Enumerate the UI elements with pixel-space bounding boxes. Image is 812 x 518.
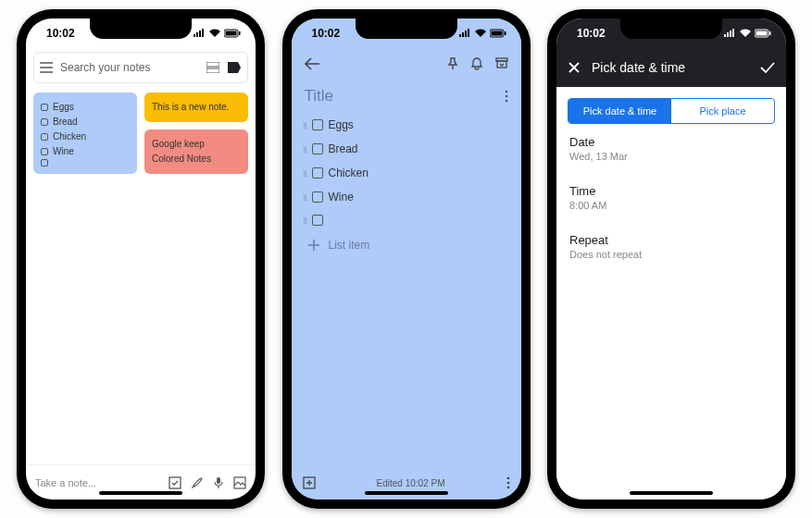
list-item[interactable]: ⁞⁞Bread (299, 137, 514, 161)
checklist: ⁞⁞Eggs ⁞⁞Bread ⁞⁞Chicken ⁞⁞Wine ⁞⁞ (292, 113, 521, 231)
date-row[interactable]: Date Wed, 13 Mar (568, 124, 775, 173)
dialog-title: Pick date & time (592, 60, 685, 75)
list-item[interactable]: ⁞⁞ (299, 209, 514, 231)
drag-handle-icon[interactable]: ⁞⁞ (303, 216, 306, 226)
close-icon[interactable] (568, 61, 581, 74)
svg-point-13 (505, 91, 507, 93)
item-text[interactable]: Eggs (329, 118, 354, 131)
menu-icon[interactable] (40, 62, 53, 73)
note-card-checklist[interactable]: Eggs Bread Chicken Wine (33, 92, 137, 174)
checkbox[interactable] (312, 119, 323, 130)
svg-point-18 (506, 482, 509, 485)
image-icon[interactable] (233, 476, 246, 489)
dialog-header: Pick date & time (556, 48, 786, 87)
svg-rect-10 (505, 31, 506, 35)
checkbox[interactable] (312, 215, 323, 226)
repeat-row[interactable]: Repeat Does not repeat (568, 222, 775, 271)
item-text[interactable]: Bread (329, 142, 358, 155)
time-row[interactable]: Time 8:00 AM (568, 173, 775, 222)
svg-rect-3 (206, 62, 219, 67)
reminder-icon[interactable] (471, 57, 482, 70)
drag-handle-icon[interactable]: ⁞⁞ (303, 120, 306, 130)
confirm-icon[interactable] (760, 62, 775, 73)
segmented-control: Pick date & time Pick place (568, 98, 775, 124)
row-value: Does not repeat (569, 249, 773, 260)
list-item[interactable]: ⁞⁞Chicken (299, 161, 514, 185)
status-time: 10:02 (577, 27, 606, 40)
note-text: This is a new note. (152, 102, 229, 112)
search-bar[interactable]: Search your notes (33, 52, 248, 83)
add-list-item[interactable]: List item (292, 231, 521, 259)
account-icon[interactable] (227, 61, 242, 74)
plus-icon (308, 240, 319, 251)
svg-rect-22 (769, 31, 771, 35)
svg-rect-21 (756, 31, 768, 36)
svg-rect-7 (234, 477, 245, 488)
edited-label: Edited 10:02 PM (377, 478, 445, 488)
check-item: Wine (53, 144, 74, 159)
take-note-input[interactable]: Take a note... (35, 477, 96, 488)
svg-rect-9 (491, 31, 502, 36)
drag-handle-icon[interactable]: ⁞⁞ (303, 144, 306, 154)
row-label: Time (569, 184, 773, 198)
checklist-icon[interactable] (169, 476, 181, 489)
add-item-label: List item (329, 239, 370, 252)
svg-rect-12 (497, 61, 506, 68)
checkbox[interactable] (312, 143, 323, 154)
check-item: Chicken (53, 130, 86, 144)
row-value: Wed, 13 Mar (569, 151, 773, 162)
svg-rect-5 (169, 477, 181, 488)
note-card-yellow[interactable]: This is a new note. (144, 92, 248, 122)
list-item[interactable]: ⁞⁞Wine (299, 185, 514, 209)
search-placeholder: Search your notes (60, 61, 150, 74)
svg-rect-2 (239, 31, 241, 35)
grid-view-icon[interactable] (206, 62, 219, 73)
draw-icon[interactable] (191, 476, 204, 489)
row-label: Date (569, 135, 773, 149)
phone-frame-2: 10:02 Title ⁞⁞Eggs ⁞⁞ (282, 9, 531, 509)
item-text[interactable]: Chicken (329, 166, 369, 179)
add-box-icon[interactable] (303, 476, 316, 489)
note-card-red[interactable]: Google keep Colored Notes (144, 130, 248, 174)
status-icons (723, 29, 771, 38)
note-text: Google keep (152, 137, 241, 152)
svg-point-14 (505, 95, 507, 98)
item-text[interactable]: Wine (329, 191, 354, 204)
check-item: Bread (53, 115, 78, 130)
status-time: 10:02 (46, 27, 75, 40)
pin-icon[interactable] (447, 57, 458, 70)
svg-point-19 (506, 487, 509, 489)
svg-point-17 (506, 477, 509, 480)
more-icon[interactable] (505, 90, 508, 103)
back-icon[interactable] (305, 57, 319, 70)
tab-datetime[interactable]: Pick date & time (568, 99, 671, 123)
svg-rect-1 (226, 31, 237, 36)
drag-handle-icon[interactable]: ⁞⁞ (303, 168, 306, 179)
tab-place[interactable]: Pick place (671, 99, 774, 123)
svg-rect-6 (217, 477, 220, 484)
phone-frame-3: 10:02 Pick date & time Pick date & time … (547, 9, 795, 509)
row-value: 8:00 AM (569, 200, 773, 211)
status-icons (458, 29, 506, 38)
svg-point-15 (505, 100, 507, 103)
more-icon[interactable] (506, 476, 510, 489)
drag-handle-icon[interactable]: ⁞⁞ (303, 192, 306, 203)
checkbox[interactable] (312, 167, 323, 179)
status-time: 10:02 (312, 27, 341, 40)
archive-icon[interactable] (495, 57, 508, 70)
svg-rect-4 (206, 68, 219, 73)
check-item: Eggs (53, 100, 74, 115)
phone-frame-1: 10:02 Search your notes (17, 9, 265, 509)
row-label: Repeat (569, 233, 773, 247)
checkbox[interactable] (312, 191, 323, 203)
title-field[interactable]: Title (305, 87, 334, 105)
list-item[interactable]: ⁞⁞Eggs (299, 113, 514, 137)
note-text: Colored Notes (152, 152, 241, 166)
voice-icon[interactable] (213, 476, 224, 489)
status-icons (193, 29, 241, 38)
